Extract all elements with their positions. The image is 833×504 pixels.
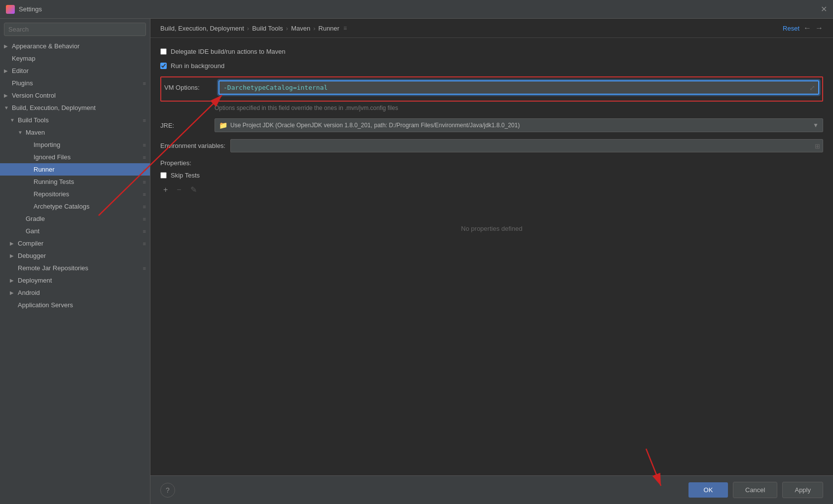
apply-button[interactable]: Apply [782, 482, 823, 498]
jre-value: Use Project JDK (Oracle OpenJDK version … [230, 122, 813, 129]
breadcrumb-separator: › [313, 25, 315, 32]
delegate-checkbox-label[interactable]: Delegate IDE build/run actions to Maven [160, 48, 286, 55]
env-input[interactable] [230, 139, 823, 152]
menu-icon: ≡ [143, 191, 146, 197]
expand-arrow: ▼ [10, 117, 16, 123]
sidebar-item-debugger[interactable]: ▶ Debugger [0, 250, 150, 262]
env-label: Environment variables: [160, 142, 225, 149]
sidebar-item-label: Repositories [34, 190, 143, 198]
expand-icon: ⤢ [809, 84, 815, 92]
env-row: Environment variables: ⊞ [160, 139, 823, 152]
expand-arrow: ▶ [10, 253, 16, 258]
app-icon [6, 5, 15, 14]
sidebar-item-gradle[interactable]: Gradle ≡ [0, 213, 150, 225]
forward-button[interactable]: → [815, 24, 823, 33]
sidebar-item-archetype-catalogs[interactable]: Archetype Catalogs ≡ [0, 200, 150, 213]
sidebar-item-maven[interactable]: ▼ Maven [0, 126, 150, 139]
vm-options-hint: Options specified in this field override… [215, 105, 823, 111]
breadcrumb-part-4: Runner [319, 25, 340, 32]
sidebar-item-label: Gant [26, 227, 143, 235]
sidebar-item-deployment[interactable]: ▶ Deployment [0, 274, 150, 287]
sidebar-item-label: Editor [12, 67, 146, 74]
sidebar-item-label: Running Tests [34, 178, 143, 185]
add-property-button[interactable]: + [160, 184, 171, 195]
menu-icon: ≡ [143, 167, 146, 173]
header-actions: Reset ← → [783, 24, 823, 33]
main-layout: ▶ Appearance & Behavior Keymap ▶ Editor … [0, 19, 833, 504]
expand-arrow [4, 80, 10, 86]
delegate-label-text: Delegate IDE build/run actions to Maven [171, 48, 286, 55]
vm-options-field: ⤢ [218, 80, 819, 95]
sidebar-item-label: Build Tools [18, 116, 143, 124]
sidebar-item-label: Gradle [26, 215, 143, 222]
env-input-wrapper: ⊞ [230, 139, 823, 152]
sidebar-item-label: Android [18, 289, 146, 296]
properties-section: Properties: Skip Tests + − ✎ No properti… [160, 159, 823, 232]
sidebar-item-label: Debugger [18, 252, 146, 259]
remove-property-button[interactable]: − [174, 184, 184, 195]
window-title: Settings [19, 5, 42, 13]
sidebar-item-label: Runner [34, 166, 143, 173]
properties-label: Properties: [160, 159, 823, 167]
expand-arrow [26, 191, 32, 197]
jre-dropdown[interactable]: 📁 Use Project JDK (Oracle OpenJDK versio… [215, 118, 823, 132]
sidebar-item-repositories[interactable]: Repositories ≡ [0, 188, 150, 200]
skip-tests-checkbox[interactable] [160, 172, 167, 179]
sidebar-item-label: Remote Jar Repositories [18, 264, 143, 272]
sidebar-item-build-tools[interactable]: ▼ Build Tools ≡ [0, 114, 150, 126]
sidebar-item-label: Importing [34, 141, 143, 148]
sidebar-item-appearance[interactable]: ▶ Appearance & Behavior [0, 40, 150, 52]
delegate-checkbox[interactable] [160, 48, 167, 55]
expand-arrow [26, 167, 32, 172]
expand-arrow [18, 216, 24, 221]
sidebar-item-editor[interactable]: ▶ Editor [0, 65, 150, 77]
run-background-checkbox[interactable] [160, 63, 167, 69]
skip-tests-label[interactable]: Skip Tests [160, 172, 200, 179]
sidebar-item-label: Version Control [12, 92, 146, 99]
sidebar-item-gant[interactable]: Gant ≡ [0, 225, 150, 237]
back-button[interactable]: ← [803, 24, 811, 33]
dropdown-arrow-icon: ▼ [813, 122, 819, 129]
sidebar-item-app-servers[interactable]: Application Servers [0, 299, 150, 311]
sidebar-item-plugins[interactable]: Plugins ≡ [0, 77, 150, 89]
sidebar-item-android[interactable]: ▶ Android [0, 287, 150, 299]
sidebar-item-label: Ignored Files [34, 153, 143, 161]
expand-arrow [10, 302, 16, 308]
menu-icon: ≡ [143, 204, 146, 210]
sidebar-item-running-tests[interactable]: Running Tests ≡ [0, 176, 150, 188]
jre-label: JRE: [160, 122, 210, 129]
expand-arrow: ▶ [10, 241, 16, 246]
no-properties-text: No properties defined [160, 225, 823, 232]
expand-arrow: ▶ [10, 290, 16, 295]
expand-arrow: ▼ [4, 105, 10, 110]
sidebar-item-label: Deployment [18, 277, 146, 284]
expand-arrow [26, 179, 32, 184]
sidebar-item-keymap[interactable]: Keymap [0, 52, 150, 65]
help-button[interactable]: ? [160, 483, 175, 498]
reset-button[interactable]: Reset [783, 25, 799, 32]
run-background-label[interactable]: Run in background [160, 62, 224, 70]
search-input[interactable] [4, 23, 146, 36]
expand-arrow: ▼ [18, 130, 24, 135]
run-background-row: Run in background [160, 62, 823, 70]
sidebar-item-runner[interactable]: Runner ≡ [0, 163, 150, 176]
edit-property-button[interactable]: ✎ [187, 184, 200, 195]
menu-icon: ≡ [143, 142, 146, 148]
sidebar: ▶ Appearance & Behavior Keymap ▶ Editor … [0, 19, 150, 504]
sidebar-item-remote-jar[interactable]: Remote Jar Repositories ≡ [0, 262, 150, 274]
vm-options-input[interactable] [218, 80, 819, 95]
close-button[interactable]: ✕ [821, 4, 827, 14]
content-header: Build, Execution, Deployment › Build Too… [150, 19, 833, 38]
breadcrumb-separator: › [247, 25, 249, 32]
breadcrumb: Build, Execution, Deployment › Build Too… [160, 25, 783, 32]
sidebar-item-label: Keymap [12, 55, 146, 62]
menu-icon: ≡ [143, 154, 146, 160]
sidebar-item-version-control[interactable]: ▶ Version Control [0, 89, 150, 102]
sidebar-item-compiler[interactable]: ▶ Compiler ≡ [0, 237, 150, 250]
sidebar-item-label: Maven [26, 129, 146, 136]
ok-button[interactable]: OK [688, 482, 728, 498]
sidebar-item-importing[interactable]: Importing ≡ [0, 139, 150, 151]
cancel-button[interactable]: Cancel [733, 482, 777, 498]
sidebar-item-build-execution[interactable]: ▼ Build, Execution, Deployment [0, 102, 150, 114]
sidebar-item-ignored-files[interactable]: Ignored Files ≡ [0, 151, 150, 163]
